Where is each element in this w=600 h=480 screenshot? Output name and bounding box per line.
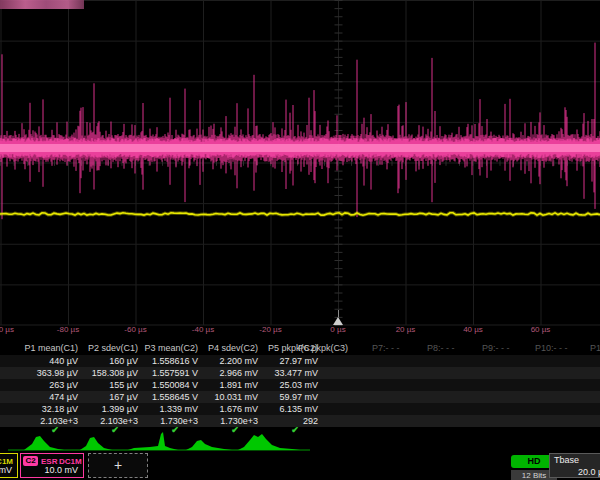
measurement-cell: 1.558645 V [140, 391, 198, 403]
timebase-descriptor[interactable]: Tbase 20.0 µs [549, 453, 600, 478]
measurement-cell: 158.308 µV [80, 367, 138, 379]
param-header-p2[interactable]: P2 sdev(C1) [80, 343, 138, 353]
measurement-cell: 59.97 mV [260, 391, 318, 403]
histicon-p1[interactable] [24, 436, 64, 450]
histicon-p4[interactable] [186, 440, 232, 450]
measurement-cell: 1.558616 V [140, 355, 198, 367]
add-trace-button[interactable]: + [88, 453, 148, 478]
param-header-p9[interactable]: P9:- - - [482, 343, 510, 353]
param-header-p6[interactable]: P6 pkpk(C3) [298, 343, 348, 353]
measurement-cell: 33.477 mV [260, 367, 318, 379]
param-header-p4[interactable]: P4 sdev(C2) [200, 343, 258, 353]
status-check-icon: ✔ [160, 425, 190, 435]
c1-vdiv-value: 10.0 mV [0, 465, 12, 475]
time-axis-tick-label: 40 µs [451, 325, 495, 334]
measurement-cell: 1.399 µV [80, 403, 138, 415]
param-header-p7[interactable]: P7:- - - [372, 343, 400, 353]
trigger-position-marker [333, 317, 343, 325]
status-check-icon: ✔ [100, 425, 130, 435]
measurement-cell: 2.200 mV [200, 355, 258, 367]
timebase-title: Tbase [554, 455, 579, 465]
measurement-cell: 1.550084 V [140, 379, 198, 391]
time-axis-tick-label: -100 µs [0, 325, 23, 334]
time-axis-tick-label: 60 µs [519, 325, 563, 334]
timebase-tdiv-value: 20.0 µs [578, 467, 600, 477]
c2-chip: C2 [23, 456, 38, 466]
measurement-cell: 1.676 mV [200, 403, 258, 415]
measurement-cell: 1.891 mV [200, 379, 258, 391]
measurement-cell: 10.031 mV [200, 391, 258, 403]
time-axis-tick-label: -40 µs [181, 325, 225, 334]
param-header-p11[interactable]: P11:- - - [590, 343, 600, 353]
measurement-cell: 25.03 mV [260, 379, 318, 391]
param-header-p1[interactable]: P1 mean(C1) [20, 343, 78, 353]
measurement-cell: 440 µV [20, 355, 78, 367]
histicon-p5[interactable] [238, 434, 300, 450]
measurement-cell: 6.135 mV [260, 403, 318, 415]
measurement-cell: 155 µV [80, 379, 138, 391]
cropped-ui-fragment [0, 0, 84, 9]
measurement-cell: 32.18 µV [20, 403, 78, 415]
status-check-icon: ✔ [40, 425, 70, 435]
histicon-p2[interactable] [80, 437, 112, 450]
time-axis-tick-label: 0 µs [316, 325, 360, 334]
measurement-cell: 27.97 mV [260, 355, 318, 367]
channel-c2-descriptor[interactable]: C2 ESR DC1M 10.0 mV [20, 453, 84, 478]
param-header-p8[interactable]: P8:- - - [427, 343, 455, 353]
measurement-cell: 1.339 mV [140, 403, 198, 415]
time-axis-tick-label: 20 µs [384, 325, 428, 334]
time-axis-tick-label: -20 µs [249, 325, 293, 334]
measurement-cell: 160 µV [80, 355, 138, 367]
c2-vdiv-value: 10.0 mV [44, 465, 78, 475]
measurement-cell: 2.966 mV [200, 367, 258, 379]
status-check-icon: ✔ [280, 425, 310, 435]
channel-c1-descriptor[interactable]: C1 DC1M 10.0 mV [0, 453, 18, 478]
param-header-p10[interactable]: P10:- - - [535, 343, 568, 353]
measurement-cell: 167 µV [80, 391, 138, 403]
measurement-cell: 363.98 µV [20, 367, 78, 379]
measurement-cell: 474 µV [20, 391, 78, 403]
oscilloscope-screen: -100 µs-80 µs-60 µs-40 µs-20 µs0 µs20 µs… [0, 0, 600, 480]
param-header-p3[interactable]: P3 mean(C2) [140, 343, 198, 353]
measurement-cell: 263 µV [20, 379, 78, 391]
status-check-icon: ✔ [220, 425, 250, 435]
measurement-cell: 1.557591 V [140, 367, 198, 379]
bottom-toolbar: C1 DC1M 10.0 mV C2 ESR DC1M 10.0 mV + HD… [0, 452, 600, 480]
time-axis-tick-label: -60 µs [114, 325, 158, 334]
time-axis-tick-label: -80 µs [46, 325, 90, 334]
